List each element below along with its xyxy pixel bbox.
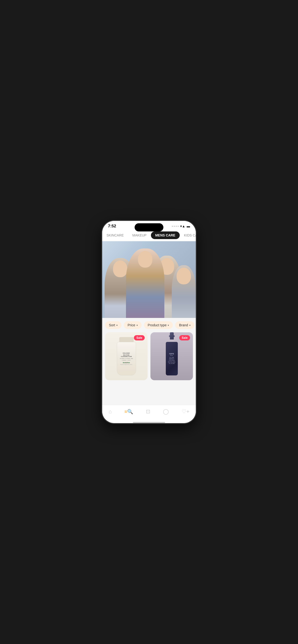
- filter-product-type-label: Product type: [148, 323, 167, 327]
- bottle-body: IOPE MEN ALL ONEPERFECTCOLLAGENREVITALIZ…: [166, 342, 178, 376]
- bottle-brand-sub: MEN: [168, 354, 175, 356]
- battery-icon: ▬: [187, 224, 190, 228]
- tube-container: VOLCANIC BHA PORECLEANSING FOAM VOLCANIC…: [117, 337, 136, 376]
- filter-sort[interactable]: Sort ▾: [105, 321, 121, 329]
- filter-bar: Sort ▾ Price ▾ Product type ▾ Brand ▾: [102, 318, 196, 332]
- bottle-text-area: IOPE MEN ALL ONEPERFECTCOLLAGENREVITALIZ…: [167, 352, 176, 365]
- product-card-iope[interactable]: Sale IOPE MEN ALL ONEPERFECTCOLLAGENREVI…: [151, 332, 193, 380]
- status-icons: ▾▲ ▬: [172, 224, 190, 228]
- bottle-container: IOPE MEN ALL ONEPERFECTCOLLAGENREVITALIZ…: [165, 337, 178, 376]
- figure-main: [126, 248, 164, 318]
- chevron-brand-icon: ▾: [189, 324, 191, 326]
- tab-kidscare[interactable]: KIDS CARE: [180, 232, 196, 239]
- signal-dot-2: [174, 226, 175, 227]
- nav-home[interactable]: ⌂: [106, 408, 114, 416]
- phone-frame: 7:52 ▾▲ ▬ SKINCARE MAKEUP MENS CARE KIDS…: [102, 221, 196, 423]
- home-indicator: [133, 422, 165, 423]
- tube-subtext: VOLCANIC CLUSTERS • BHA: [120, 358, 133, 359]
- scroll-content: Sort ▾ Price ▾ Product type ▾ Brand ▾ Sa…: [102, 241, 196, 405]
- hero-image: [102, 241, 196, 318]
- products-grid: Sale VOLCANIC BHA PORECLEANSING FOAM VOL…: [102, 332, 196, 383]
- tab-makeup[interactable]: MAKEUP: [128, 232, 151, 239]
- figure-right2: [172, 265, 196, 318]
- tube-cap: [119, 337, 134, 342]
- bottle-product-name: ALL ONEPERFECTCOLLAGENREVITALIZINGALL IN…: [168, 357, 175, 364]
- face-right2: [177, 268, 191, 284]
- wifi-icon: ▾▲: [180, 224, 185, 228]
- nav-cart[interactable]: ⊡: [143, 408, 153, 416]
- tube-note: CLEANSE + PURIFY: [120, 360, 133, 361]
- signal-dot-3: [176, 226, 177, 227]
- filter-brand[interactable]: Brand ▾: [175, 321, 194, 329]
- nav-wishlist[interactable]: ♡+: [179, 408, 192, 416]
- filter-sort-label: Sort: [109, 323, 115, 327]
- signal-dot-1: [172, 226, 173, 227]
- filter-brand-label: Brand: [179, 323, 188, 327]
- filter-price[interactable]: Price ▾: [124, 321, 141, 329]
- product-image-iope: Sale IOPE MEN ALL ONEPERFECTCOLLAGENREVI…: [151, 332, 193, 380]
- figure-group: [102, 241, 196, 318]
- tab-skincare[interactable]: SKINCARE: [102, 232, 128, 239]
- profile-icon: ◯: [163, 408, 169, 415]
- tube-logo: innisfree: [120, 362, 133, 364]
- home-icon: ⌂: [108, 408, 112, 415]
- signal-dots: [172, 226, 179, 227]
- cart-icon: ⊡: [146, 408, 150, 415]
- chevron-sort-icon: ▾: [116, 324, 117, 326]
- nav-profile[interactable]: ◯: [160, 408, 172, 416]
- tube-brand-name: VOLCANIC: [120, 352, 133, 354]
- chevron-price-icon: ▾: [136, 324, 138, 326]
- product-image-innisfree: Sale VOLCANIC BHA PORECLEANSING FOAM VOL…: [105, 332, 147, 380]
- signal-dot-4: [178, 226, 179, 227]
- wishlist-icon: ♡+: [182, 408, 190, 415]
- face-main: [138, 251, 152, 268]
- tube-product-name: BHA PORECLEANSING FOAM: [120, 354, 133, 358]
- bottle-brand-name: IOPE: [168, 353, 175, 354]
- nav-search[interactable]: ≡🔍: [122, 408, 136, 416]
- search-icon: ≡🔍: [124, 409, 133, 414]
- tube-text-area: VOLCANIC BHA PORECLEANSING FOAM VOLCANIC…: [118, 350, 134, 367]
- sale-badge-iope: Sale: [179, 335, 190, 340]
- dynamic-island: [135, 223, 163, 232]
- tube-body: VOLCANIC BHA PORECLEANSING FOAM VOLCANIC…: [117, 342, 136, 376]
- bottom-nav: ⌂ ≡🔍 ⊡ ◯ ♡+: [102, 405, 196, 420]
- face-left: [113, 260, 127, 277]
- chevron-product-type-icon: ▾: [168, 324, 169, 326]
- tube-weight: Poids Net 150g Net Wt. 5.29 Oz.: [120, 364, 133, 365]
- bottle-pump: [170, 332, 174, 340]
- tab-menscare[interactable]: MENS CARE: [151, 232, 180, 239]
- filter-product-type[interactable]: Product type ▾: [144, 321, 173, 329]
- filter-price-label: Price: [128, 323, 135, 327]
- sale-badge-innisfree: Sale: [134, 335, 145, 340]
- product-card-innisfree[interactable]: Sale VOLCANIC BHA PORECLEANSING FOAM VOL…: [105, 332, 147, 380]
- status-time: 7:52: [108, 224, 116, 228]
